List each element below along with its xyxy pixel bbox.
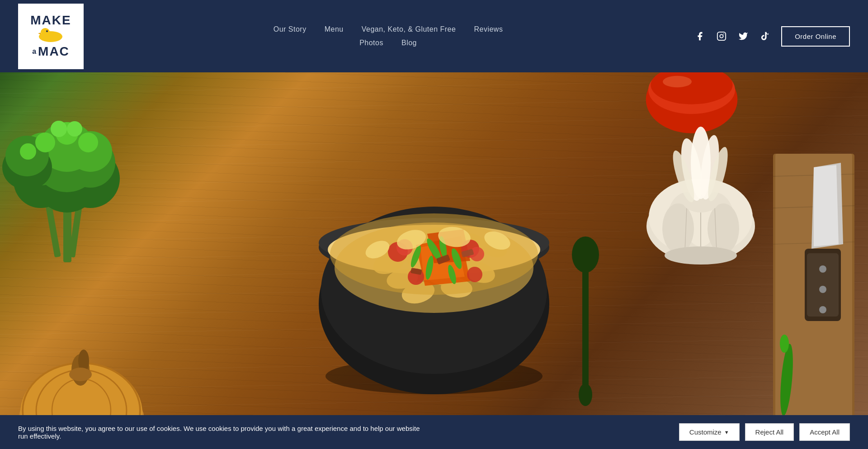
svg-point-81 [662,203,694,253]
svg-point-2 [46,30,48,32]
broccoli-decoration [0,72,145,262]
facebook-icon[interactable] [693,29,707,43]
svg-marker-3 [38,33,41,34]
customize-button[interactable]: Customize ▼ [679,423,740,441]
cookie-text: By using this website, you agree to our … [18,425,425,440]
svg-point-103 [819,286,826,293]
twitter-icon[interactable] [736,29,750,43]
svg-point-102 [819,265,826,273]
nav-vegan-keto[interactable]: Vegan, Keto, & Gluten Free [362,25,456,33]
logo-mac-text: MAC [38,45,70,59]
nav-our-story[interactable]: Our Story [274,25,307,33]
instagram-icon[interactable] [714,29,729,43]
red-bowl-decoration [642,72,741,136]
nav-row-1: Our Story Menu Vegan, Keto, & Gluten Fre… [274,25,503,33]
svg-rect-4 [717,32,726,40]
svg-point-6 [723,33,724,34]
knife-decoration [773,154,854,425]
header-right: Order Online [693,26,850,47]
svg-point-23 [78,132,98,152]
cookie-banner: By using this website, you agree to our … [0,415,868,449]
svg-point-26 [67,121,82,137]
site-header: MAKE a MAC Our Story [0,0,868,72]
svg-point-24 [20,143,36,160]
svg-point-92 [665,246,737,265]
svg-point-1 [41,28,50,36]
svg-point-21 [35,132,55,152]
svg-point-59 [467,267,482,282]
svg-point-25 [51,121,67,137]
svg-rect-74 [582,268,589,395]
main-nav: Our Story Menu Vegan, Keto, & Gluten Fre… [274,25,503,47]
garlic-decoration [633,127,769,267]
svg-marker-99 [814,165,839,246]
reject-all-button[interactable]: Reject All [745,423,794,441]
jalapeno-decoration [565,218,606,422]
svg-point-75 [579,383,592,406]
svg-point-104 [819,306,826,313]
accept-all-button[interactable]: Accept All [799,423,850,441]
nav-blog[interactable]: Blog [401,39,417,47]
svg-point-106 [780,335,789,353]
chevron-down-icon: ▼ [724,430,729,435]
bowl-svg [298,114,570,408]
svg-point-30 [663,76,692,88]
order-online-button[interactable]: Order Online [781,26,850,47]
nav-menu[interactable]: Menu [325,25,344,33]
logo-container[interactable]: MAKE a MAC [18,4,84,69]
nav-reviews[interactable]: Reviews [474,25,503,33]
svg-point-5 [720,34,723,38]
hero-section [0,72,868,449]
logo-a-text: a [32,47,36,56]
nav-photos[interactable]: Photos [359,39,383,47]
logo-a-mac-row: a MAC [30,45,71,59]
svg-point-73 [572,236,599,273]
svg-point-114 [69,368,92,381]
logo-make-text: MAKE [30,14,71,28]
mac-bowl [298,114,570,408]
logo-box: MAKE a MAC [18,4,84,69]
tiktok-icon[interactable] [758,29,772,43]
logo-cheese-icon [38,28,63,43]
logo-inner: MAKE a MAC [30,14,71,58]
nav-row-2: Photos Blog [359,39,417,47]
svg-point-82 [708,203,739,253]
social-icons [693,29,772,43]
cookie-buttons: Customize ▼ Reject All Accept All [679,423,850,441]
